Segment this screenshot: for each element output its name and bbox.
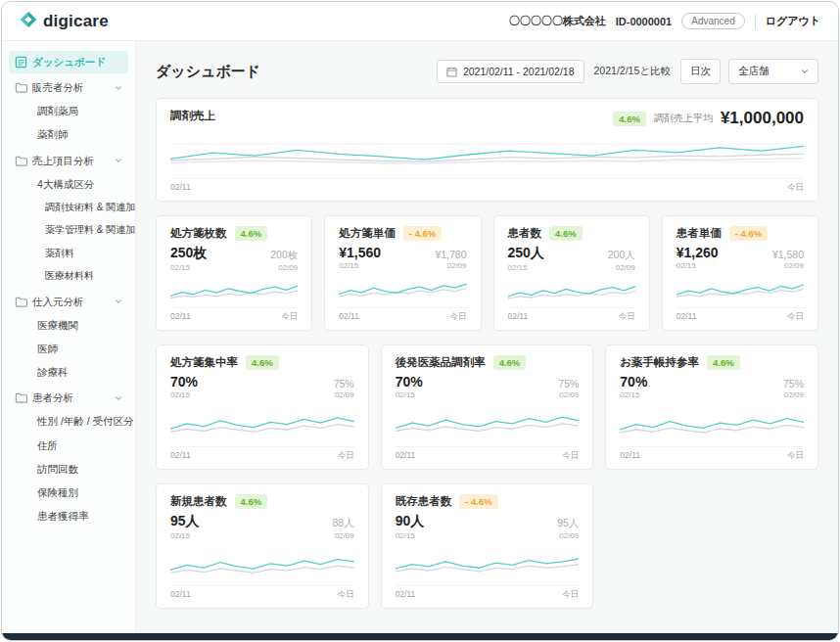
sidebar-item-label: 患者獲得率 (37, 510, 89, 523)
x-axis-end: 今日 (338, 589, 354, 601)
card-value: 250枚 (170, 245, 207, 262)
sidebar: ダッシュボード 販売者分析 調剤薬局 薬剤師 売上項目分析 4大構成区分 調剤技… (2, 41, 136, 633)
card-value-date: 02/15 (170, 531, 200, 540)
x-axis-end: 今日 (787, 311, 804, 323)
sidebar-item-label: 売上項目分析 (32, 155, 94, 167)
sidebar-item[interactable]: 診療科 (9, 361, 128, 384)
change-badge: - 4.6% (729, 226, 768, 241)
sparkline-chart (170, 544, 354, 583)
sidebar-item[interactable]: ダッシュボード (9, 51, 128, 73)
card-compare-value: 75% (783, 378, 804, 390)
card-value-date: 02/15 (677, 261, 719, 270)
card-title: 処方箋枚数 (170, 226, 227, 241)
card-compare-date: 02/09 (270, 263, 298, 272)
sidebar-item-label: 調剤薬局 (37, 105, 78, 117)
sidebar-item[interactable]: 仕入元分析 (9, 291, 128, 313)
app-header: digicare 〇〇〇〇〇株式会社 ID-0000001 Advanced ロ… (2, 2, 838, 41)
card-compare-date: 02/09 (435, 261, 466, 270)
logo-text: digicare (43, 12, 109, 31)
page-title: ダッシュボード (156, 63, 260, 81)
date-range-picker[interactable]: 2021/02/11 - 2021/02/18 (437, 60, 584, 83)
change-badge: 4.6% (613, 112, 646, 126)
kpi-row-2: 処方箋集中率 4.6% 70% 02/15 75% 02/09 02/11 今日… (156, 344, 818, 470)
x-axis-end: 今日 (619, 311, 635, 323)
sidebar-item-label: 4大構成区分 (37, 178, 94, 191)
folder-icon (15, 155, 27, 167)
card-value-date: 02/15 (339, 261, 381, 270)
sidebar-item[interactable]: 医師 (9, 338, 128, 360)
sidebar-item[interactable]: 住所 (9, 435, 128, 457)
kpi-card: お薬手帳持参率 4.6% 70% 02/15 75% 02/09 02/11 今… (605, 344, 818, 470)
sidebar-item[interactable]: 患者分析 (9, 387, 128, 409)
card-compare-date: 02/09 (783, 390, 804, 399)
sidebar-item[interactable]: 保険種別 (9, 482, 128, 504)
card-value-date: 02/15 (508, 263, 544, 272)
sidebar-item[interactable]: 性別 /年齢 / 受付区分 (9, 410, 128, 433)
sidebar-item[interactable]: 4大構成区分 (9, 173, 128, 196)
kpi-card: 処方箋枚数 4.6% 250枚 02/15 200枚 02/09 02/11 今… (156, 215, 312, 331)
sparkline-chart (396, 544, 580, 583)
sparkline-chart (170, 403, 354, 444)
card-title: 新規患者数 (170, 494, 227, 509)
sidebar-item-label: 薬剤師 (37, 128, 69, 141)
app-window: digicare 〇〇〇〇〇株式会社 ID-0000001 Advanced ロ… (1, 1, 839, 641)
card-compare-date: 02/09 (608, 263, 635, 272)
date-range-value: 2021/02/11 - 2021/02/18 (463, 66, 575, 77)
dashboard-icon (15, 56, 27, 69)
logo[interactable]: digicare (20, 11, 109, 32)
sidebar-item[interactable]: 医療機関 (9, 314, 128, 337)
x-axis-end: 今日 (787, 450, 804, 462)
store-select-value: 全店舗 (738, 65, 770, 78)
sparkline-chart (339, 274, 466, 305)
company-name: 〇〇〇〇〇株式会社 (509, 14, 606, 28)
digicare-logo-icon (20, 11, 37, 32)
card-title: 調剤売上 (170, 109, 215, 123)
sidebar-item[interactable]: 調剤技術料 & 関連加算 (9, 197, 128, 219)
card-title: 後発医薬品調剤率 (396, 355, 486, 370)
period-button[interactable]: 日次 (680, 59, 721, 84)
x-axis-end: 今日 (338, 450, 354, 462)
sidebar-item[interactable]: 調剤薬局 (9, 100, 128, 122)
chevron-down-icon (115, 84, 122, 92)
sidebar-item[interactable]: 訪問回数 (9, 458, 128, 481)
sparkline-chart (396, 403, 580, 444)
kpi-card: 患者単価 - 4.6% ¥1,260 02/15 ¥1,580 02/09 02… (662, 215, 818, 331)
chevron-down-icon (115, 394, 122, 402)
sales-kpi-card: 調剤売上 4.6% 調剤売上平均 ¥1,000,000 02/11 今日 (156, 98, 818, 202)
sidebar-item[interactable]: 薬剤料 (9, 243, 128, 265)
sidebar-item[interactable]: 売上項目分析 (9, 150, 128, 172)
x-axis-end: 今日 (562, 589, 579, 601)
sidebar-item[interactable]: 薬学管理料 & 関連加算 (9, 219, 128, 242)
sidebar-item[interactable]: 患者獲得率 (9, 505, 128, 527)
card-title: 処方箋集中率 (170, 355, 238, 370)
store-select[interactable]: 全店舗 (728, 59, 818, 84)
sparkline-chart (508, 276, 635, 305)
kpi-card: 患者数 4.6% 250人 02/15 200人 02/09 02/11 今日 (493, 215, 650, 331)
card-title: お薬手帳持参率 (620, 355, 699, 370)
x-axis-start: 02/11 (170, 311, 191, 323)
card-compare-value: 75% (558, 378, 579, 390)
change-badge: 4.6% (707, 355, 740, 370)
kpi-card: 処方箋集中率 4.6% 70% 02/15 75% 02/09 02/11 今日 (156, 344, 369, 470)
sidebar-item-label: 薬剤料 (45, 248, 74, 260)
x-axis-start: 02/11 (170, 182, 191, 194)
compare-label[interactable]: 2021/2/15と比較 (592, 65, 673, 78)
card-value-date: 02/15 (170, 263, 207, 272)
sidebar-item[interactable]: 販売者分析 (9, 76, 128, 99)
kpi-card: 後発医薬品調剤率 4.6% 70% 02/15 75% 02/09 02/11 … (381, 344, 594, 470)
x-axis-start: 02/11 (339, 311, 359, 323)
header-divider (755, 15, 756, 28)
card-value: 95人 (170, 513, 200, 530)
sidebar-item[interactable]: 薬剤師 (9, 123, 128, 146)
sidebar-item-label: 性別 /年齢 / 受付区分 (37, 415, 134, 428)
sidebar-item-label: ダッシュボード (32, 56, 106, 69)
card-compare-value: ¥1,580 (772, 249, 804, 260)
average-value: ¥1,000,000 (721, 109, 804, 128)
sidebar-item[interactable]: 医療材料料 (9, 265, 128, 288)
change-badge: - 4.6% (403, 226, 442, 241)
change-badge: 4.6% (235, 494, 268, 509)
logout-button[interactable]: ログアウト (766, 14, 820, 28)
card-compare-date: 02/09 (334, 390, 354, 399)
sidebar-item-label: 調剤技術料 & 関連加算 (45, 202, 136, 214)
card-title: 処方箋単価 (339, 226, 396, 241)
